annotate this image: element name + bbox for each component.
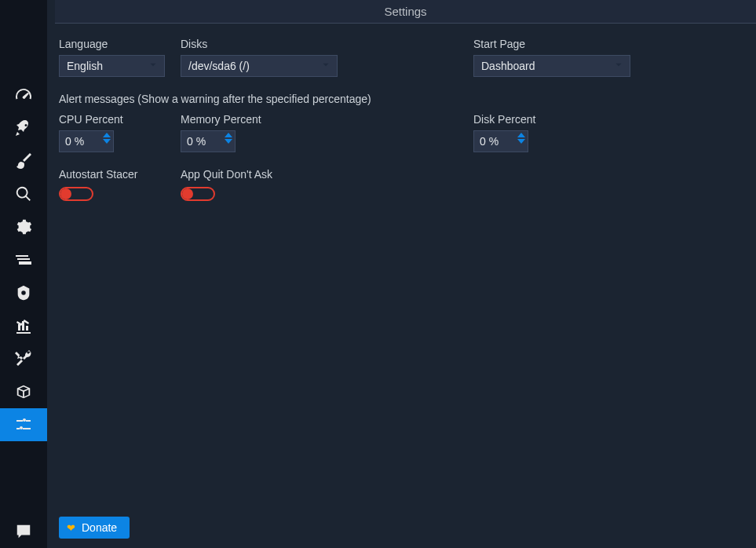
chevron-down-icon (613, 60, 624, 73)
autostart-label: Autostart Stacer (59, 168, 181, 181)
cpu-percent-label: CPU Percent (59, 113, 181, 126)
donate-icon: ❤ (67, 522, 75, 534)
cpu-percent-value: 0 % (65, 135, 84, 148)
chevron-down-icon (320, 60, 331, 73)
tools-icon (14, 349, 33, 368)
sidebar (0, 0, 47, 548)
disk-percent-spinner[interactable]: 0 % (473, 130, 528, 152)
spin-up-icon[interactable] (103, 133, 111, 137)
language-value: English (67, 60, 103, 72)
gear-icon (15, 218, 32, 236)
brush-icon (14, 152, 33, 170)
sidebar-item-cleaner[interactable] (0, 144, 47, 177)
language-select[interactable]: English (59, 55, 165, 77)
spin-down-icon[interactable] (103, 139, 111, 144)
sidebar-item-uninstaller[interactable] (0, 276, 47, 309)
page-title-bar: Settings (55, 0, 756, 24)
sidebar-item-feedback[interactable] (0, 515, 47, 548)
chart-icon (14, 316, 33, 335)
start-page-select[interactable]: Dashboard (473, 55, 630, 77)
app-quit-toggle[interactable] (181, 187, 215, 201)
spin-down-icon[interactable] (517, 139, 525, 144)
sidebar-item-processes[interactable] (0, 243, 47, 276)
language-label: Language (59, 38, 181, 50)
windows-icon (14, 250, 33, 269)
sidebar-item-helpers[interactable] (0, 342, 47, 375)
toggle-knob (182, 188, 193, 199)
memory-percent-spinner[interactable]: 0 % (181, 130, 236, 152)
donate-label: Donate (82, 521, 117, 534)
spin-up-icon[interactable] (517, 133, 525, 137)
search-icon (15, 185, 32, 203)
sidebar-item-services[interactable] (0, 210, 47, 243)
sliders-icon (14, 415, 33, 434)
app-quit-label: App Quit Don't Ask (181, 168, 400, 181)
disks-label: Disks (181, 38, 400, 50)
package-icon (15, 383, 32, 400)
cpu-percent-spinner[interactable]: 0 % (59, 130, 114, 152)
autostart-toggle[interactable] (59, 187, 93, 201)
page-title: Settings (384, 5, 426, 18)
comment-icon (15, 523, 32, 540)
donate-button[interactable]: ❤ Donate (59, 517, 130, 539)
rocket-icon (14, 119, 33, 137)
start-page-label: Start Page (473, 38, 744, 50)
sidebar-item-dashboard[interactable] (0, 79, 47, 111)
disk-percent-label: Disk Percent (473, 113, 744, 126)
gauge-icon (14, 86, 33, 104)
disks-select[interactable]: /dev/sda6 (/) (181, 55, 338, 77)
disk-percent-value: 0 % (480, 135, 499, 148)
sidebar-item-settings[interactable] (0, 408, 47, 441)
sidebar-item-resources[interactable] (0, 309, 47, 342)
sidebar-item-startup[interactable] (0, 111, 47, 144)
sidebar-item-search[interactable] (0, 177, 47, 210)
spin-up-icon[interactable] (225, 133, 232, 137)
memory-percent-label: Memory Percent (181, 113, 400, 126)
settings-content: Language English Disks /dev/sda6 (/) (47, 24, 756, 548)
memory-percent-value: 0 % (187, 135, 206, 148)
chevron-down-icon (148, 60, 159, 73)
start-page-value: Dashboard (481, 60, 535, 72)
disc-icon (15, 284, 32, 301)
disks-value: /dev/sda6 (/) (188, 60, 250, 72)
toggle-knob (60, 188, 71, 199)
sidebar-item-apt[interactable] (0, 375, 47, 408)
alert-message-label: Alert messages (Show a warning after the… (59, 93, 744, 105)
spin-down-icon[interactable] (225, 139, 232, 144)
